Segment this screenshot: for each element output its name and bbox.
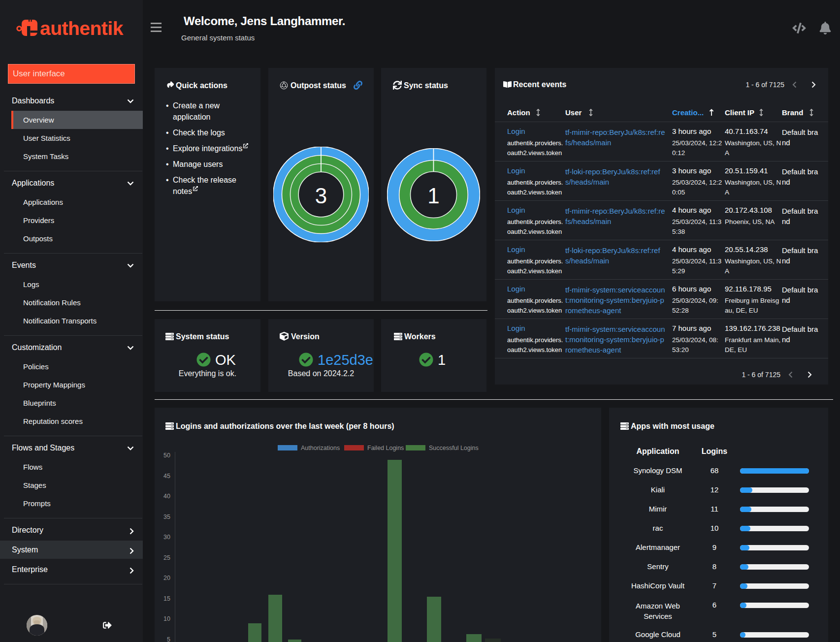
svg-text:authentik: authentik — [40, 18, 124, 39]
